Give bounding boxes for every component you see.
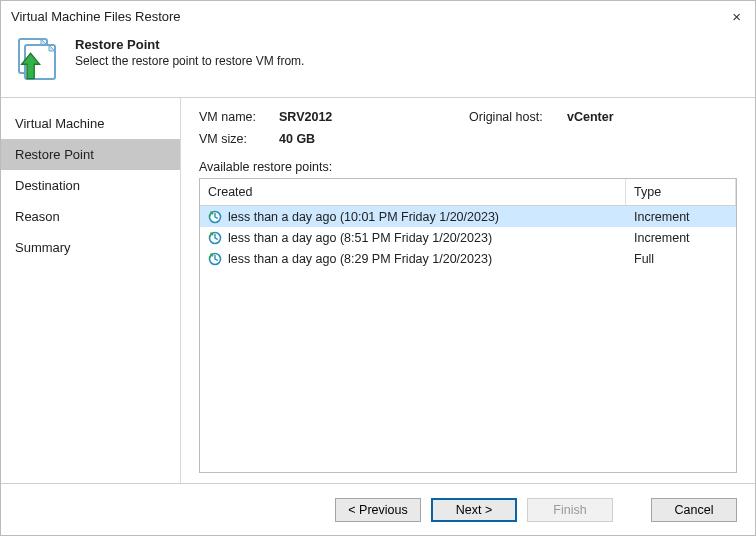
restore-point-icon <box>208 210 222 224</box>
table-row[interactable]: less than a day ago (8:29 PM Friday 1/20… <box>200 248 736 269</box>
dialog-window: Virtual Machine Files Restore × Restore … <box>0 0 756 536</box>
next-button[interactable]: Next > <box>431 498 517 522</box>
cell-created: less than a day ago (8:29 PM Friday 1/20… <box>228 252 492 266</box>
vm-size-label: VM size: <box>199 132 269 146</box>
sidebar-item-restore-point[interactable]: Restore Point <box>1 139 180 170</box>
restore-page-icon <box>15 37 61 83</box>
cell-created: less than a day ago (8:51 PM Friday 1/20… <box>228 231 492 245</box>
vm-size-value: 40 GB <box>279 132 315 146</box>
restore-point-icon <box>208 231 222 245</box>
sidebar-item-reason[interactable]: Reason <box>1 201 180 232</box>
previous-button[interactable]: < Previous <box>335 498 421 522</box>
page-title: Restore Point <box>75 37 304 52</box>
page-subtitle: Select the restore point to restore VM f… <box>75 54 304 68</box>
column-header-created[interactable]: Created <box>200 179 626 205</box>
vm-name-value: SRV2012 <box>279 110 332 124</box>
cell-created: less than a day ago (10:01 PM Friday 1/2… <box>228 210 499 224</box>
finish-button: Finish <box>527 498 613 522</box>
wizard-footer: < Previous Next > Finish Cancel <box>1 483 755 535</box>
table-row[interactable]: less than a day ago (8:51 PM Friday 1/20… <box>200 227 736 248</box>
cancel-button[interactable]: Cancel <box>651 498 737 522</box>
restore-points-caption: Available restore points: <box>199 160 737 174</box>
original-host-value: vCenter <box>567 110 614 124</box>
close-icon[interactable]: × <box>726 8 747 25</box>
restore-points-table: Created Type less than a day ago (10:01 … <box>199 178 737 473</box>
wizard-main: VM name: SRV2012 Original host: vCenter … <box>181 98 755 483</box>
cell-type: Increment <box>634 210 690 224</box>
sidebar-item-virtual-machine[interactable]: Virtual Machine <box>1 108 180 139</box>
wizard-header: Restore Point Select the restore point t… <box>1 31 755 97</box>
restore-point-icon <box>208 252 222 266</box>
wizard-steps-sidebar: Virtual Machine Restore Point Destinatio… <box>1 98 181 483</box>
cell-type: Full <box>634 252 654 266</box>
original-host-label: Original host: <box>469 110 557 124</box>
vm-name-label: VM name: <box>199 110 269 124</box>
titlebar: Virtual Machine Files Restore × <box>1 1 755 31</box>
sidebar-item-summary[interactable]: Summary <box>1 232 180 263</box>
wizard-body: Virtual Machine Restore Point Destinatio… <box>1 98 755 483</box>
sidebar-item-destination[interactable]: Destination <box>1 170 180 201</box>
column-header-type[interactable]: Type <box>626 179 736 205</box>
table-body: less than a day ago (10:01 PM Friday 1/2… <box>200 206 736 472</box>
cell-type: Increment <box>634 231 690 245</box>
table-row[interactable]: less than a day ago (10:01 PM Friday 1/2… <box>200 206 736 227</box>
window-title: Virtual Machine Files Restore <box>11 9 181 24</box>
table-header: Created Type <box>200 179 736 206</box>
